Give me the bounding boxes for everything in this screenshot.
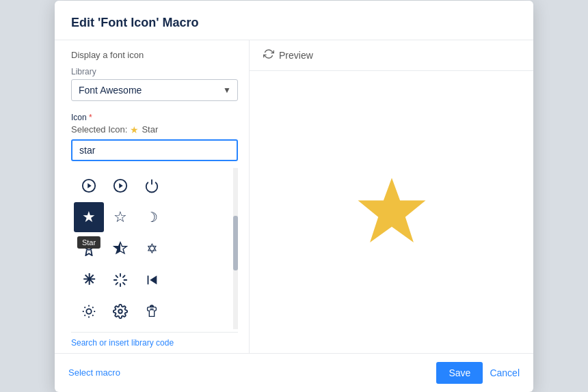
- icon-cell-star-outline[interactable]: ☆: [105, 202, 135, 232]
- crescent-icon: ☽: [146, 209, 158, 225]
- svg-marker-6: [150, 275, 157, 284]
- icon-cell-sun[interactable]: [74, 296, 104, 326]
- icon-cell-award[interactable]: [74, 234, 104, 264]
- svg-point-4: [85, 242, 93, 249]
- svg-rect-9: [150, 308, 154, 309]
- footer-right: Save Cancel: [436, 362, 520, 384]
- preview-label: Preview: [279, 50, 313, 61]
- preview-star-icon: [354, 174, 429, 249]
- library-label: Library: [71, 67, 238, 76]
- search-code-link[interactable]: Search or insert library code: [71, 332, 238, 353]
- icon-field-label-row: Icon *: [71, 111, 238, 123]
- star-david-icon: ✡: [146, 240, 158, 257]
- icon-cell-power[interactable]: [137, 171, 167, 201]
- library-select-wrapper: Font Awesome Material Icons Ionicons ▼: [71, 79, 238, 101]
- selected-icon-name: Star: [142, 124, 158, 135]
- preview-area: [250, 71, 533, 353]
- selected-icon-info: Selected Icon: ★ Star: [71, 124, 238, 135]
- modal-body: Display a font icon Library Font Awesome…: [55, 40, 533, 353]
- library-select[interactable]: Font Awesome Material Icons Ionicons: [71, 79, 238, 101]
- icon-cell-star[interactable]: ★ Star: [74, 202, 104, 232]
- svg-marker-1: [88, 183, 92, 188]
- icon-cell-crescent[interactable]: ☽: [137, 202, 167, 232]
- left-panel: Display a font icon Library Font Awesome…: [55, 40, 250, 353]
- display-label: Display a font icon: [71, 50, 238, 60]
- icon-cell-star-half[interactable]: [105, 234, 135, 264]
- icon-grid: ★ Star ☆ ☽: [71, 168, 238, 329]
- icon-cell-asterisk[interactable]: ✳: [74, 265, 104, 295]
- selected-star-icon: ★: [130, 124, 139, 135]
- icon-cell-asterisk2[interactable]: [105, 265, 135, 295]
- scroll-track[interactable]: [233, 168, 238, 329]
- icon-cell-play-circle[interactable]: [74, 171, 104, 201]
- svg-rect-5: [148, 275, 149, 284]
- icon-grid-container: ★ Star ☆ ☽: [71, 168, 238, 329]
- icon-cell-star-david[interactable]: ✡: [137, 234, 167, 264]
- svg-marker-3: [119, 183, 123, 188]
- svg-point-7: [86, 309, 91, 313]
- cancel-button[interactable]: Cancel: [490, 367, 520, 378]
- right-panel: Preview: [250, 40, 533, 353]
- icon-cell-mosque[interactable]: [137, 296, 167, 326]
- icon-cell-cog[interactable]: [105, 296, 135, 326]
- icon-required-label: Icon *: [71, 113, 92, 122]
- selected-icon-text: Selected Icon:: [71, 124, 127, 135]
- save-button[interactable]: Save: [436, 362, 483, 384]
- svg-point-8: [118, 309, 122, 313]
- modal: Edit 'Font Icon' Macro Display a font ic…: [55, 1, 533, 392]
- scroll-thumb[interactable]: [233, 216, 238, 270]
- svg-marker-10: [358, 178, 425, 243]
- icon-cell-play-circle-outline[interactable]: [105, 171, 135, 201]
- select-macro-link[interactable]: Select macro: [68, 367, 120, 378]
- modal-title: Edit 'Font Icon' Macro: [55, 1, 533, 40]
- modal-footer: Select macro Save Cancel: [55, 353, 533, 392]
- asterisk-icon: ✳: [83, 271, 95, 289]
- icon-cell-step-back[interactable]: [137, 265, 167, 295]
- search-input[interactable]: [71, 139, 238, 161]
- star-outline-icon: ☆: [113, 208, 127, 226]
- preview-header: Preview: [250, 40, 533, 71]
- star-icon: ★: [82, 208, 96, 226]
- refresh-icon: [263, 48, 274, 62]
